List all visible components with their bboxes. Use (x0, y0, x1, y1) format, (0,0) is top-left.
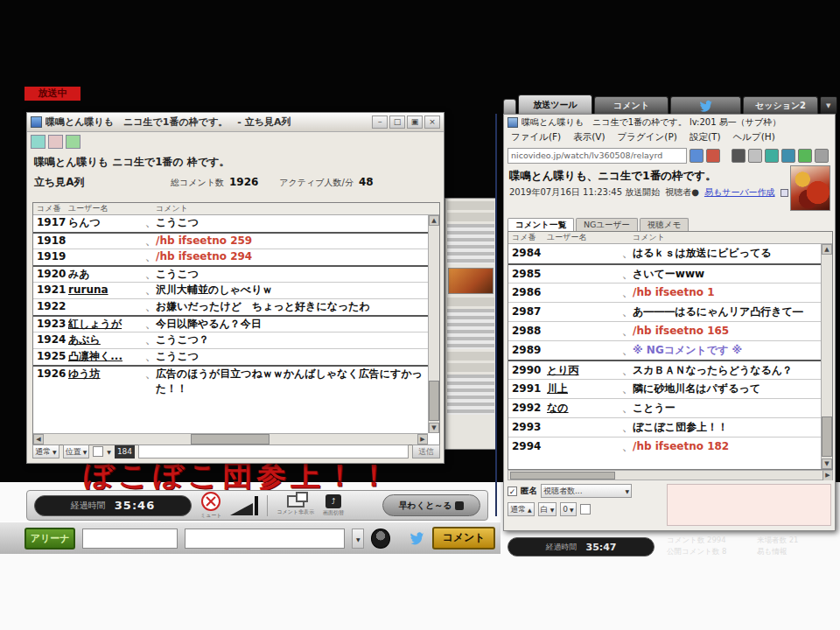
action-icon-8[interactable] (815, 149, 829, 163)
twitter-icon[interactable] (410, 531, 425, 545)
vertical-scrollbar[interactable]: ▲ ▼ (428, 215, 439, 433)
pin-button[interactable]: ▣ (407, 116, 423, 129)
size-dropdown[interactable]: 通常▲ (508, 502, 535, 516)
scrollbar-thumb[interactable] (510, 472, 615, 480)
table-row[interactable]: 1917 らんつ 、 こうこつ (33, 215, 428, 232)
send-button[interactable]: 送信 (412, 444, 440, 458)
seat-button[interactable]: アリーナ (24, 528, 75, 550)
comment-user[interactable]: ruruna (68, 283, 145, 298)
scroll-right-icon[interactable]: ▶ (822, 471, 832, 480)
comment-visibility-icon[interactable] (287, 495, 304, 508)
table-row[interactable]: 1921 ruruna 、 沢川大輔並のしゃべりｗ (33, 282, 428, 298)
comment-text-field[interactable] (185, 528, 345, 549)
table-row[interactable]: 2994 、 /hb ifseetno 182 (508, 437, 822, 456)
server-info-link[interactable]: 易もサーバー作成 (704, 186, 775, 199)
menu-item[interactable]: ヘルプ(H) (732, 131, 774, 144)
table-row[interactable]: 1926 ゆう坊 、 広告のほうが目立つねｗｗかんばしゃなく広告にすかった！！ (33, 365, 428, 396)
anonymous-user-icon[interactable] (371, 528, 390, 549)
comment-preview-area[interactable] (667, 484, 831, 526)
anonymous-184-badge[interactable]: 184 (115, 445, 135, 458)
horizontal-scrollbar[interactable]: ▶ (508, 470, 833, 480)
chevron-down-icon[interactable]: ▼ (352, 528, 364, 549)
color-dropdown[interactable]: 白▼ (538, 502, 557, 516)
table-row[interactable]: 1919 、 /hb ifseetno 294 (33, 248, 428, 265)
table-row[interactable]: 1924 あぶら 、 こうこつ？ (33, 332, 428, 348)
next-slot-button[interactable]: 早わくと～る (382, 494, 480, 516)
restore-button[interactable]: □ (389, 116, 405, 129)
comment-user[interactable]: みあ (68, 267, 145, 282)
tab-session[interactable]: セッション2 (743, 96, 817, 115)
compose-checkbox[interactable] (93, 446, 103, 457)
toolbar-button-3[interactable] (66, 135, 80, 149)
vertical-scrollbar[interactable]: ▲ ▼ (821, 244, 832, 469)
tab-ng-user[interactable]: NGユーザー (576, 218, 638, 231)
action-icon-4[interactable] (748, 149, 762, 163)
table-row[interactable]: 2988 、 /hb ifseetno 165 (508, 321, 822, 340)
tab-comment[interactable]: コメント (594, 96, 668, 115)
window-titlebar[interactable]: 喋鳴とん喋りも ニコ生で1番の枠です。 - 立ち見A列 － □ ▣ × (27, 113, 444, 132)
chevron-down-icon[interactable]: ▼ (107, 449, 111, 455)
action-icon-6[interactable] (781, 149, 795, 163)
scroll-up-icon[interactable]: ▲ (822, 244, 832, 255)
minimize-button[interactable]: － (372, 116, 388, 129)
position-dropdown[interactable]: 位置▼ (63, 444, 90, 458)
comment-user[interactable]: 紅しょうが (68, 317, 145, 332)
table-row[interactable]: 2989 、 ※ NGコメントです ※ (508, 340, 822, 360)
table-row[interactable]: 2987 、 あ―――はるにゃんリア凸行きて― (508, 302, 822, 321)
table-row[interactable]: 1923 紅しょうが 、 今日以降やるん？今日 (33, 315, 428, 332)
scrollbar-thumb[interactable] (822, 416, 832, 457)
position-dropdown[interactable]: 0▼ (560, 502, 576, 516)
table-row[interactable]: 1925 凸凛神く... 、 こうこつ (33, 348, 428, 365)
tab-stub[interactable] (503, 99, 516, 115)
mute-icon[interactable] (201, 492, 220, 511)
comment-user[interactable]: 川上 (547, 380, 622, 397)
table-row[interactable]: 1918 、 /hb ifseetno 259 (33, 232, 428, 248)
table-row[interactable]: 2990 とり丙 、 スカＢＡＮなったらどうなるん？ (508, 360, 822, 379)
menu-item[interactable]: 表示(V) (573, 131, 605, 144)
close-button[interactable]: × (424, 116, 440, 129)
comment-user[interactable]: とり丙 (547, 361, 622, 379)
scrollbar-thumb[interactable] (429, 381, 439, 421)
screen-switch-icon[interactable]: ⤴ (326, 494, 341, 508)
table-row[interactable]: 1922 、 お嫌いだったけど ちょっと好きになったわ (33, 298, 428, 315)
action-icon-5[interactable] (765, 149, 779, 163)
comment-user[interactable]: らんつ (68, 215, 145, 230)
tab-overflow-dropdown[interactable]: ▼ (820, 96, 837, 115)
scroll-down-icon[interactable]: ▼ (429, 423, 439, 433)
size-dropdown[interactable]: 通常▼ (32, 444, 60, 458)
comment-submit-button[interactable]: コメント (432, 527, 495, 550)
toolbar-button-2[interactable] (48, 135, 63, 149)
table-row[interactable]: 2986 、 /hb ifseetno 1 (508, 283, 822, 302)
comment-user[interactable]: ゆう坊 (68, 367, 145, 382)
table-row[interactable]: 1920 みあ 、 こうこつ (33, 265, 428, 282)
menu-item[interactable]: ファイル(F) (511, 131, 561, 144)
scroll-down-icon[interactable]: ▼ (822, 458, 832, 469)
comment-user[interactable]: なの (547, 399, 622, 416)
menu-item[interactable]: プラグイン(P) (618, 131, 677, 144)
table-row[interactable]: 2985 、 さいてーwww (508, 263, 822, 283)
action-icon-3[interactable] (732, 149, 746, 163)
comment-input[interactable] (138, 444, 409, 458)
viewer-count-dropdown[interactable]: 視聴者数...▼ (541, 484, 632, 498)
command-field[interactable] (82, 528, 178, 549)
action-icon-2[interactable] (706, 149, 720, 163)
tab-comment-list[interactable]: コメント一覧 (508, 218, 574, 231)
volume-handle[interactable] (255, 496, 258, 515)
tab-viewer-memo[interactable]: 視聴メモ (640, 218, 689, 231)
table-row[interactable]: 2992 なの 、 ことうー (508, 398, 822, 417)
comment-user[interactable]: あぶら (68, 332, 145, 347)
table-row[interactable]: 2984 、 はるｋｓは放送にビビってる (508, 244, 822, 263)
option-checkbox[interactable] (580, 504, 591, 514)
menu-item[interactable]: 設定(T) (690, 131, 721, 144)
scroll-up-icon[interactable]: ▲ (429, 215, 439, 226)
comment-user[interactable]: 凸凛神く... (68, 349, 145, 364)
action-icon-1[interactable] (690, 149, 704, 163)
table-row[interactable]: 2991 川上 、 隣に砂地川名はパずるって (508, 379, 822, 398)
url-input[interactable]: nicovideo.jp/watch/lv360508/relayrd (508, 148, 687, 164)
toolbar-button-1[interactable] (31, 135, 46, 149)
anonymous-checkbox[interactable]: ✓ (508, 486, 517, 496)
tab-twitter[interactable] (670, 96, 741, 115)
tab-broadcast-tool[interactable]: 放送ツール (518, 94, 592, 115)
action-icon-7[interactable] (798, 149, 812, 163)
volume-slider[interactable] (230, 496, 258, 515)
